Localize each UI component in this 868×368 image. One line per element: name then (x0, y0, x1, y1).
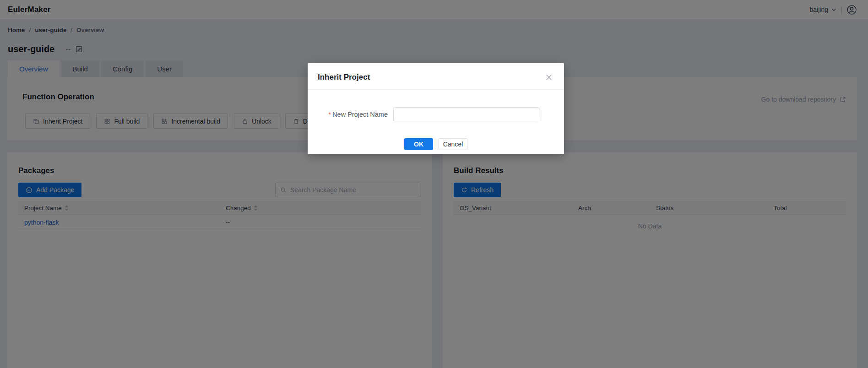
ok-button[interactable]: OK (404, 138, 433, 150)
new-project-name-label: *New Project Name (317, 111, 393, 118)
required-mark: * (328, 111, 331, 118)
new-project-name-input[interactable] (393, 107, 539, 121)
app-root: EulerMaker baijing Home / user-guide / O… (0, 0, 868, 368)
modal-overlay[interactable] (0, 0, 868, 368)
inherit-project-modal: Inherit Project *New Project Name OK Can… (308, 63, 564, 154)
modal-title: Inherit Project (318, 73, 370, 82)
close-icon[interactable] (544, 72, 554, 82)
cancel-button[interactable]: Cancel (439, 138, 467, 150)
